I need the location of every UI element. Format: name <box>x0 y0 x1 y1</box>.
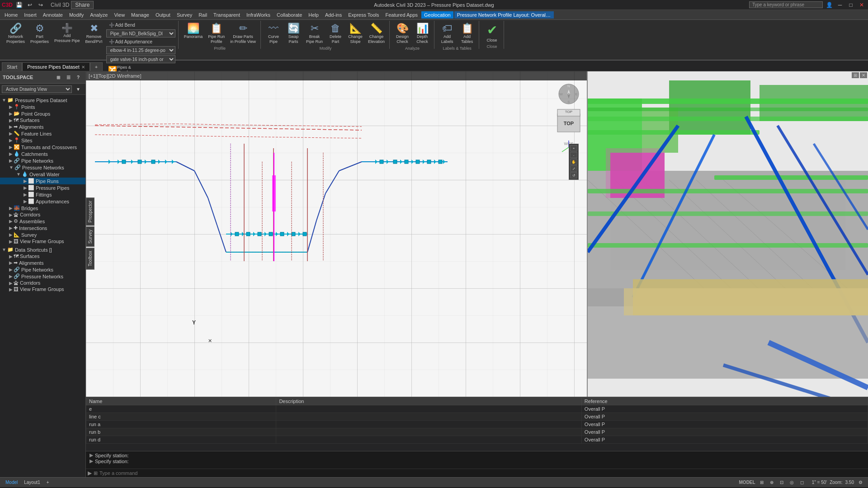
menu-survey[interactable]: Survey <box>174 11 195 19</box>
close-window-btn[interactable]: ✕ <box>857 0 866 9</box>
toolspace-icon-2[interactable]: ☰ <box>64 73 73 82</box>
menu-view[interactable]: View <box>111 11 127 19</box>
pipe-run-profile-btn[interactable]: 📋 Pipe RunProfile <box>206 22 226 45</box>
menu-analyze[interactable]: Analyze <box>87 11 110 19</box>
tree-item-sites[interactable]: ▶ 📍 Sites <box>0 137 85 144</box>
active-drawing-dropdown[interactable]: Active Drawing View <box>2 85 72 93</box>
tree-item-alignments[interactable]: ▶ ➡ Alignments <box>0 123 85 130</box>
menu-collaborate[interactable]: Collaborate <box>274 11 305 19</box>
menu-transparent[interactable]: Transparent <box>211 11 243 19</box>
viewport-left[interactable]: [+1][Top][2D Wireframe] Prospector Surve… <box>86 71 588 397</box>
menu-output[interactable]: Output <box>153 11 173 19</box>
tree-item-pressure-networks[interactable]: ▼ 🔗 Pressure Networks <box>0 164 85 171</box>
panorama-btn[interactable]: 🌅 Panorama <box>182 22 205 40</box>
toolspace-icon-1[interactable]: ⊞ <box>54 73 63 82</box>
quick-access-save[interactable]: 💾 <box>14 0 24 9</box>
prospector-tab[interactable]: Prospector <box>86 197 94 225</box>
tree-item-pipe-networks[interactable]: ▶ 🔗 Pipe Networks <box>0 157 85 164</box>
delete-part-btn[interactable]: 🗑 DeletePart <box>326 22 344 45</box>
vtb-orbit[interactable]: ↺ <box>570 172 577 178</box>
tree-item-data-shortcuts[interactable]: ▼ 📁 Data Shortcuts [] <box>0 246 85 253</box>
table-row[interactable]: line cOverall P <box>86 413 868 421</box>
tree-item-turnouts[interactable]: ▶ 🔀 Turnouts and Crossovers <box>0 144 85 150</box>
tree-item-ds-alignments[interactable]: ▶ ➡ Alignments <box>0 259 85 266</box>
vtb-zoom-ext[interactable]: ⤢ <box>570 165 577 172</box>
curve-pipe-btn[interactable]: 〰 CurvePipe <box>264 22 283 45</box>
depth-check-btn[interactable]: 📊 DepthCheck <box>413 22 431 45</box>
doc-tab-dataset[interactable]: Pressure Pipes Dataset ✕ <box>22 62 90 71</box>
menu-help[interactable]: Help <box>306 11 321 19</box>
command-expand-icon[interactable]: ⊞ <box>94 470 98 476</box>
maximize-btn[interactable]: □ <box>846 0 855 9</box>
quick-access-undo[interactable]: ↩ <box>25 0 34 9</box>
add-tables-btn[interactable]: 📋 AddTables <box>458 22 476 45</box>
command-input[interactable] <box>99 470 866 476</box>
table-row[interactable]: run bOverall P <box>86 428 868 436</box>
doc-tab-new[interactable]: + <box>90 62 103 71</box>
tree-item-pipe-runs[interactable]: ▶ ⬜ Pipe Runs <box>0 178 85 184</box>
add-appurtenance-btn[interactable]: ➕ Add Appurtenance <box>106 38 175 45</box>
snap-toggle[interactable]: ⊕ <box>768 479 775 485</box>
grid-toggle[interactable]: ⊞ <box>758 479 765 485</box>
quick-access-redo[interactable]: ↪ <box>36 0 45 9</box>
table-row[interactable]: run dOverall P <box>86 436 868 444</box>
compass-widget[interactable]: N S E W <box>557 83 580 105</box>
tree-item-overall-water[interactable]: ▼ 💧 Overall Water <box>0 171 85 178</box>
bend-dropdown[interactable]: elbow-4 in-11.25 degree-po <box>106 46 175 54</box>
menu-manage[interactable]: Manage <box>128 11 152 19</box>
tree-item-ds-corridors[interactable]: ▶ 🛣 Corridors <box>0 280 85 286</box>
part-properties-btn[interactable]: ⚙ PartProperties <box>28 22 51 45</box>
doc-tab-start[interactable]: Start <box>2 62 22 71</box>
menu-home[interactable]: Home <box>2 11 20 19</box>
user-icon[interactable]: 👤 <box>825 0 834 9</box>
ortho-toggle[interactable]: ⊡ <box>778 479 785 485</box>
minimize-btn[interactable]: ─ <box>835 0 844 9</box>
tree-item-view-frame-groups[interactable]: ▶ 🖼 View Frame Groups <box>0 238 85 244</box>
menu-rail[interactable]: Rail <box>196 11 210 19</box>
layout1-tab[interactable]: Layout1 <box>22 479 42 485</box>
vtb-pan[interactable]: ✋ <box>570 159 577 165</box>
tree-item-ds-pressure-networks[interactable]: ▶ 🔗 Pressure Networks <box>0 273 85 280</box>
search-box[interactable]: Type a keyword or phrase <box>749 1 823 8</box>
osnap-toggle[interactable]: ◻ <box>798 479 806 485</box>
tree-item-points[interactable]: ▶ 📍 Points <box>0 103 85 110</box>
tree-item-bridges[interactable]: ▶ 🌉 Bridges <box>0 205 85 211</box>
close-tab-icon[interactable]: ✕ <box>81 65 85 70</box>
tree-item-ds-view-frame-groups[interactable]: ▶ 🖼 View Frame Groups <box>0 286 85 292</box>
swap-parts-btn[interactable]: 🔄 SwapParts <box>284 22 302 45</box>
menu-geolocation[interactable]: Geolocation <box>421 11 453 19</box>
appurtenance-dropdown[interactable]: gate valve-16 inch-push or <box>106 55 175 63</box>
table-row[interactable]: eOverall P <box>86 405 868 413</box>
vtb-zoom-out[interactable]: - <box>570 152 577 158</box>
nav-cube[interactable]: TOP TOP <box>555 107 582 134</box>
viewport-right-maximize[interactable]: ⊞ <box>852 72 859 78</box>
settings-icon[interactable]: ⚙ <box>857 479 864 485</box>
table-row[interactable]: run aOverall P <box>86 421 868 428</box>
pipe-dropdown[interactable]: Pipe_8in ND_BelkSpig_Dl <box>106 29 175 38</box>
menu-pressure-network[interactable]: Pressure Network Profile Layout: Overall… <box>454 11 554 19</box>
remove-bend-btn[interactable]: ✖ RemoveBend/PVI <box>84 22 104 45</box>
close-ribbon-btn[interactable]: ✔ Close <box>483 22 501 43</box>
menu-add-ins[interactable]: Add-ins <box>322 11 344 19</box>
dropdown-arrow[interactable]: ▼ <box>74 84 83 94</box>
add-bend-btn[interactable]: ➕ Add Bend <box>106 22 175 28</box>
tree-item-assemblies[interactable]: ▶ ⚙ Assemblies <box>0 218 85 225</box>
network-properties-btn[interactable]: 🔗 NetworkProperties <box>5 22 27 45</box>
vtb-zoom-in[interactable]: + <box>570 145 577 151</box>
tree-item-pressure-pipes-dataset[interactable]: ▼ 📁 Pressure Pipes Dataset <box>0 97 85 103</box>
change-slope-btn[interactable]: 📐 ChangeSlope <box>346 22 364 45</box>
tree-item-appurtenances[interactable]: ▶ ⬜ Appurtenances <box>0 198 85 205</box>
tree-item-ds-pipe-networks[interactable]: ▶ 🔗 Pipe Networks <box>0 266 85 273</box>
tree-item-fittings[interactable]: ▶ ⬜ Fittings <box>0 191 85 198</box>
menu-modify[interactable]: Modify <box>66 11 86 19</box>
viewport-right-close[interactable]: ✕ <box>860 72 867 78</box>
design-check-btn[interactable]: 🎨 DesignCheck <box>393 22 411 45</box>
tree-item-ds-surfaces[interactable]: ▶ 🗺 Surfaces <box>0 253 85 259</box>
viewport-right[interactable]: ⊞ ✕ <box>588 71 868 397</box>
menu-insert[interactable]: Insert <box>21 11 39 19</box>
share-btn[interactable]: Share <box>71 1 94 9</box>
menu-annotate[interactable]: Annotate <box>40 11 66 19</box>
toolspace-help-icon[interactable]: ? <box>74 73 83 82</box>
tree-item-intersections[interactable]: ▶ ✚ Intersections <box>0 225 85 231</box>
survey-tab[interactable]: Survey <box>86 226 94 247</box>
